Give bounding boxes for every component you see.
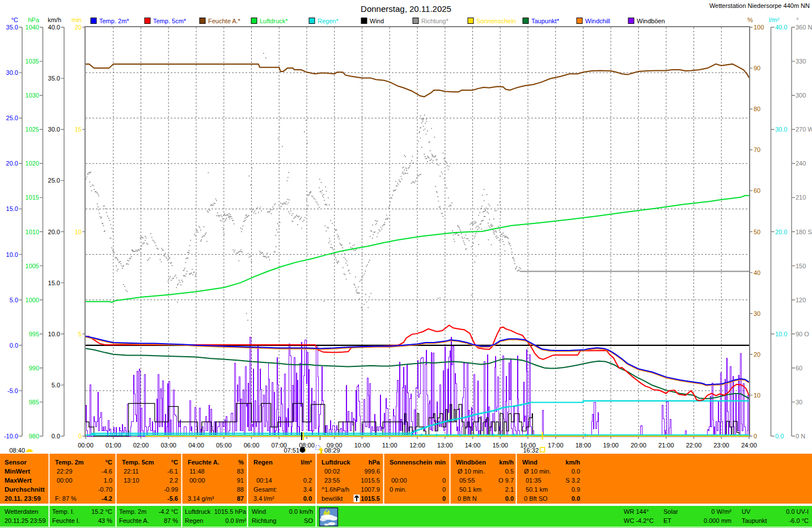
svg-text:20.0: 20.0 [6,160,18,167]
svg-text:20: 20 [75,24,82,31]
svg-text:08:29: 08:29 [324,447,340,454]
svg-text:0.0: 0.0 [572,468,580,475]
svg-text:91: 91 [237,477,244,484]
svg-text:0.2: 0.2 [303,477,312,484]
svg-text:0.0: 0.0 [10,342,18,349]
svg-text:°C: °C [11,16,18,23]
svg-text:Feuchte I.: Feuchte I. [52,517,80,524]
svg-text:10.0: 10.0 [48,331,60,337]
svg-text:360 N: 360 N [796,24,812,31]
svg-text:00:00: 00:00 [57,477,73,484]
svg-text:10: 10 [75,229,82,235]
svg-text:3.4: 3.4 [303,486,312,493]
svg-text:hPa: hPa [28,16,39,23]
svg-text:%: % [238,459,244,466]
svg-text:0.000 mm: 0.000 mm [704,517,731,524]
svg-text:km/h: km/h [565,459,580,466]
svg-text:0.0: 0.0 [572,495,580,502]
svg-text:06:00: 06:00 [244,442,260,449]
svg-text:1000: 1000 [26,297,39,303]
svg-text:40.0: 40.0 [775,24,787,31]
svg-text:1020: 1020 [26,160,39,167]
svg-text:-5.6: -5.6 [167,495,178,502]
svg-text:Donnerstag, 20.11.2025: Donnerstag, 20.11.2025 [361,4,451,14]
svg-text:11:48: 11:48 [189,468,205,475]
svg-text:2.2: 2.2 [170,477,178,484]
svg-text:23:55: 23:55 [324,477,340,484]
svg-text:15.0: 15.0 [48,280,60,286]
svg-text:Feuchte A.*: Feuchte A.* [208,18,241,24]
svg-text:Windböen: Windböen [637,18,665,24]
svg-text:-10.0: -10.0 [4,433,18,440]
svg-text:0 W/m²: 0 W/m² [712,508,732,515]
svg-text:hPa: hPa [369,459,380,466]
svg-text:999.6: 999.6 [364,468,380,475]
svg-text:100: 100 [754,24,764,31]
svg-text:0: 0 [442,486,446,493]
svg-text:0.5: 0.5 [505,468,514,475]
svg-text:0 N: 0 N [796,433,805,440]
svg-text:990: 990 [29,365,39,371]
svg-text:0.0 l/m²: 0.0 l/m² [225,517,246,524]
svg-text:90: 90 [754,65,760,71]
svg-text:-0.70: -0.70 [98,486,112,493]
svg-text:01:00: 01:00 [105,442,121,449]
svg-text:0.9: 0.9 [572,486,580,493]
svg-text:00:00: 00:00 [78,442,94,449]
svg-text:60: 60 [754,187,760,194]
svg-text:15.0: 15.0 [6,205,18,212]
svg-text:Temp. 2m: Temp. 2m [119,508,146,515]
svg-text:Wind: Wind [522,459,538,466]
svg-text:20.11. 23:59: 20.11. 23:59 [5,495,41,502]
svg-text:0.0: 0.0 [505,495,514,502]
svg-text:Wetterdaten: Wetterdaten [5,508,39,515]
svg-text:1010: 1010 [26,229,39,235]
svg-text:Taupunkt*: Taupunkt* [531,18,560,24]
svg-text:1040: 1040 [26,24,39,31]
svg-text:Feuchte A.: Feuchte A. [119,517,149,524]
svg-text:25.0: 25.0 [48,177,60,184]
svg-text:30.0: 30.0 [775,126,787,133]
svg-text:25.0: 25.0 [6,115,18,121]
svg-text:0: 0 [754,433,757,440]
svg-text:70: 70 [754,146,760,153]
svg-text:240: 240 [796,160,806,167]
svg-text:22:00: 22:00 [686,442,702,449]
svg-text:17:00: 17:00 [548,442,564,449]
svg-text:02:00: 02:00 [133,442,149,449]
svg-text:50: 50 [754,229,760,235]
svg-text:30: 30 [754,310,760,317]
svg-text:Gesamt:: Gesamt: [253,486,277,493]
svg-text:35.0: 35.0 [6,24,18,31]
svg-text:23:00: 23:00 [713,442,729,449]
svg-text:90 O: 90 O [796,331,809,337]
svg-text:30.0: 30.0 [48,126,60,133]
svg-text:87 %: 87 % [164,517,178,524]
svg-text:-0.99: -0.99 [164,486,178,493]
svg-text:l/m²: l/m² [769,16,780,23]
svg-text:00:14: 00:14 [256,477,272,484]
svg-text:1025: 1025 [26,126,39,133]
svg-text:1015.5: 1015.5 [361,477,380,484]
svg-text:S 3.2: S 3.2 [565,477,580,484]
svg-text:Wind: Wind [252,508,266,515]
svg-text:Richtung*: Richtung* [421,18,449,24]
svg-text:0.0: 0.0 [775,433,784,440]
svg-text:3.14 g/m³: 3.14 g/m³ [188,495,214,502]
svg-text:11:00: 11:00 [382,442,397,449]
svg-text:1015: 1015 [26,194,39,201]
svg-text:km/h: km/h [499,459,514,466]
svg-text:13:10: 13:10 [124,477,139,484]
svg-text:2.1: 2.1 [505,486,514,493]
svg-text:21:00: 21:00 [658,442,674,449]
svg-text:40.0: 40.0 [48,24,60,31]
svg-text:04:00: 04:00 [188,442,204,449]
svg-text:330: 330 [796,58,806,65]
svg-text:1015.5 hPa: 1015.5 hPa [214,508,247,515]
svg-text:0 min.: 0 min. [390,486,407,493]
svg-text:08:40: 08:40 [9,447,25,454]
svg-text:20: 20 [754,351,760,358]
svg-text:0.0 km/h: 0.0 km/h [289,508,313,515]
svg-text:180 S: 180 S [796,229,812,235]
svg-text:Luftdruck*: Luftdruck* [260,18,288,24]
